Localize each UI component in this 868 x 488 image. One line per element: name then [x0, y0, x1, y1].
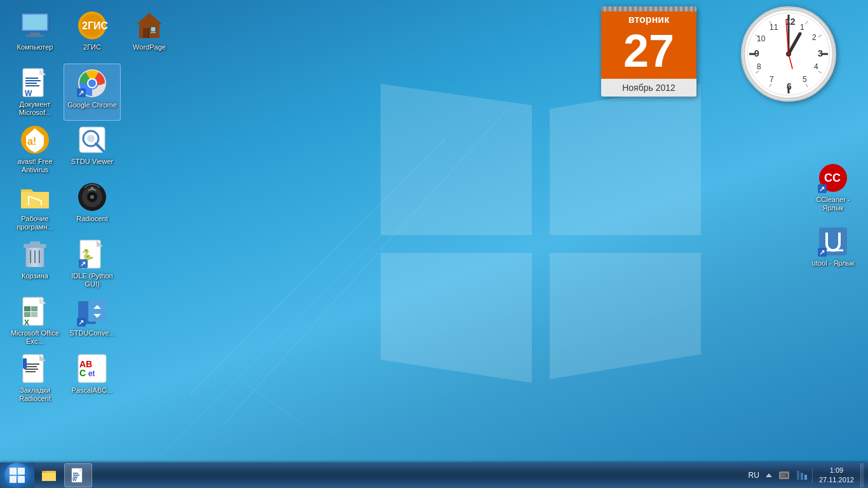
svg-text:10: 10 — [757, 34, 766, 43]
ccleaner-icon: CC ↗ — [818, 163, 848, 193]
svg-text:🐍: 🐍 — [81, 248, 94, 261]
calendar-strip — [601, 6, 696, 11]
svg-text:a!: a! — [27, 136, 36, 147]
icon-utool[interactable]: ↗ utool - Ярлык — [804, 222, 862, 280]
svg-text:1: 1 — [800, 23, 804, 32]
bookmarks-label: Закладки Radiocent — [9, 386, 61, 403]
taskbar: W RU — [0, 463, 868, 488]
trash-label: Корзина — [22, 272, 48, 280]
svg-rect-24 — [30, 241, 40, 245]
folder-programs-icon — [20, 182, 50, 212]
svg-line-1 — [222, 108, 508, 426]
svg-line-0 — [191, 140, 445, 394]
icon-stdu-viewer[interactable]: STDU Viewer — [64, 121, 121, 178]
svg-text:2: 2 — [812, 33, 817, 42]
svg-rect-139 — [804, 475, 807, 480]
clock-svg: 12 3 6 9 1 2 4 5 7 8 10 11 — [743, 8, 834, 100]
taskbar-file-explorer[interactable] — [35, 463, 63, 487]
svg-text:↗: ↗ — [78, 318, 84, 326]
icon-avast[interactable]: a! avast! Free Antivirus — [6, 121, 64, 178]
svg-text:W: W — [72, 477, 77, 482]
icon-pascal[interactable]: AB C et PascalABC... — [64, 349, 121, 407]
svg-text:6: 6 — [787, 81, 792, 92]
hdd-icon — [778, 470, 790, 481]
start-button[interactable] — [0, 463, 34, 488]
taskbar-word[interactable]: W — [64, 463, 92, 487]
svg-rect-120 — [10, 468, 17, 475]
svg-rect-11 — [25, 78, 38, 79]
tray-hdd[interactable] — [776, 470, 792, 481]
clock-widget[interactable]: 12 3 6 9 1 2 4 5 7 8 10 11 — [741, 6, 836, 102]
icon-computer[interactable]: Компьютер — [6, 6, 64, 64]
icon-folder-programs[interactable]: Рабочие програмн... — [6, 178, 64, 235]
ccleaner-label: CCleaner - Ярлык — [807, 196, 859, 212]
pascal-icon: AB C et — [77, 353, 107, 384]
icon-bookmarks[interactable]: Закладки Radiocent — [6, 349, 64, 407]
svg-rect-13 — [25, 83, 37, 84]
svg-text:11: 11 — [770, 23, 778, 32]
svg-text:7: 7 — [770, 75, 774, 84]
svg-text:CC: CC — [824, 172, 841, 184]
tray-language[interactable]: RU — [747, 471, 761, 480]
svg-rect-41 — [25, 371, 36, 372]
svg-text:5: 5 — [803, 75, 807, 84]
svg-text:et: et — [88, 369, 95, 378]
svg-rect-33 — [24, 312, 31, 317]
svg-text:X: X — [24, 318, 29, 327]
svg-rect-14 — [25, 85, 39, 86]
show-desktop-button[interactable] — [860, 463, 864, 487]
icon-idle[interactable]: 🐍 ↗ IDLE (Python GUI) — [64, 235, 121, 292]
svg-rect-40 — [25, 369, 38, 370]
word-taskbar-icon: W — [71, 468, 86, 483]
svg-text:9: 9 — [754, 48, 759, 58]
icon-excel[interactable]: X Microsoft Office Exc... — [6, 292, 64, 349]
svg-point-136 — [786, 475, 787, 476]
svg-text:↗: ↗ — [819, 185, 825, 193]
svg-text:8: 8 — [757, 62, 761, 71]
svg-line-2 — [159, 235, 381, 458]
start-orb — [4, 463, 30, 488]
icon-stdu-conv[interactable]: ↗ STDUConve... — [64, 292, 121, 349]
svg-point-56 — [87, 135, 95, 142]
excel-label: Microsoft Office Exc... — [9, 329, 61, 346]
radiocent-icon — [77, 182, 107, 212]
calendar-widget[interactable]: вторник 27 Ноябрь 2012 — [601, 6, 696, 97]
computer-icon — [20, 10, 50, 41]
icon-2gis[interactable]: 2ГИС 2ГИС — [64, 6, 121, 64]
svg-line-3 — [241, 381, 305, 426]
2gis-icon: 2ГИС — [77, 10, 107, 41]
svg-rect-128 — [73, 473, 78, 474]
tray-expand-icon — [766, 472, 772, 478]
wordpage-label: WordPage — [133, 43, 166, 51]
utool-label: utool - Ярлык — [812, 259, 854, 268]
google-chrome-label: Google Chrome — [67, 101, 117, 109]
svg-rect-6 — [30, 32, 40, 35]
word-doc-label: Документ Microsof... — [9, 100, 61, 117]
svg-text:↗: ↗ — [80, 260, 86, 268]
stdu-viewer-icon — [77, 125, 107, 155]
stdu-viewer-label: STDU Viewer — [71, 158, 113, 166]
taskbar-pinned-apps: W — [34, 463, 93, 488]
svg-rect-38 — [25, 363, 39, 365]
desktop: Компьютер W Документ Microsof... — [0, 0, 868, 488]
tray-network[interactable] — [794, 470, 810, 481]
tray-expand[interactable] — [764, 472, 774, 478]
icon-word-doc[interactable]: W Документ Microsof... — [6, 64, 64, 121]
avast-icon: a! — [20, 125, 50, 155]
svg-rect-79 — [151, 27, 156, 32]
icon-ccleaner[interactable]: CC ↗ CCleaner - Ярлык — [804, 159, 862, 216]
icon-trash[interactable]: Корзина — [6, 235, 64, 292]
icon-google-chrome[interactable]: ↗ Google Chrome — [64, 64, 121, 121]
computer-label: Компьютер — [17, 43, 53, 51]
2gis-label: 2ГИС — [83, 43, 101, 51]
svg-text:C: C — [79, 368, 86, 378]
svg-text:↗: ↗ — [78, 89, 84, 97]
tray-clock[interactable]: 1:09 27.11.2012 — [815, 466, 858, 485]
tray-time: 1:09 — [819, 466, 854, 475]
svg-rect-5 — [23, 15, 47, 30]
svg-rect-31 — [24, 306, 31, 311]
icon-radiocent[interactable]: Radiocent — [64, 178, 121, 235]
tray-divider — [812, 468, 813, 483]
word-doc-icon: W — [20, 67, 50, 98]
icon-wordpage[interactable]: WordPage — [121, 6, 178, 64]
